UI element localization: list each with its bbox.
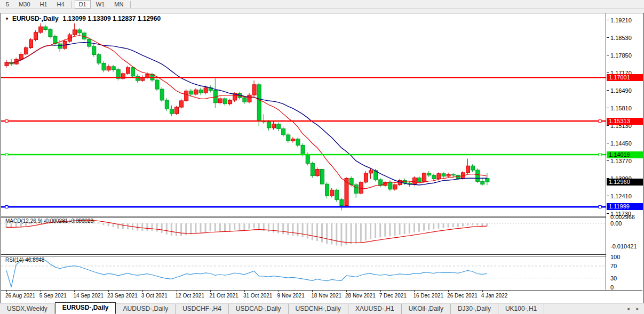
- timeframe-button-mn[interactable]: MN: [110, 0, 128, 9]
- line-endpoint-marker: [5, 154, 8, 156]
- price-axis-tick: 1.16490: [610, 87, 632, 94]
- chevron-down-icon[interactable]: ▼: [5, 17, 9, 21]
- line-endpoint-marker: [5, 120, 8, 123]
- price-axis-tick: 1.15810: [610, 105, 632, 111]
- timeframe-button-w1[interactable]: W1: [92, 0, 109, 9]
- timeframe-button-h1[interactable]: H1: [36, 0, 52, 9]
- candle-body: [340, 199, 344, 205]
- rsi-line: [6, 258, 487, 287]
- date-axis-label: 16 Dec 2021: [413, 293, 443, 299]
- candle-body: [442, 174, 446, 176]
- candle-body: [412, 178, 416, 184]
- candle-body: [131, 68, 135, 76]
- chart-tab-usdchf[interactable]: USDCHF-,H4: [176, 304, 229, 314]
- candle-body: [364, 173, 368, 182]
- chart-tab-dj30[interactable]: DJ30-,Daily: [451, 304, 498, 314]
- pane-separator-rsi[interactable]: [1, 254, 643, 256]
- price-badge: 1.11999: [607, 203, 643, 210]
- candle-body: [427, 173, 431, 175]
- timeframe-button-d1[interactable]: D1: [75, 0, 91, 9]
- date-axis-label: 9 Nov 2021: [277, 293, 305, 299]
- timeframe-button-h4[interactable]: H4: [53, 0, 69, 9]
- date-axis-tick-mark: [414, 291, 415, 292]
- date-axis-tick-mark: [448, 291, 449, 292]
- price-axis-tick: 1.19210: [610, 17, 632, 23]
- price-badge: 1.17001: [607, 74, 643, 81]
- price-axis[interactable]: 1.192101.185301.178501.171701.164901.158…: [606, 13, 643, 290]
- chart-tabs-bar: USDX,WeeklyEURUSD-,DailyAUDUSD-,DailyUSD…: [0, 303, 644, 314]
- macd-indicator-name: MACD(12,26,9): [5, 218, 42, 224]
- macd-axis-tick: -0.010421: [610, 243, 637, 249]
- candle-body: [170, 109, 173, 114]
- price-axis-tick: 1.13770: [610, 158, 632, 164]
- date-axis-label: 26 Aug 2021: [5, 293, 35, 299]
- candle-body: [194, 90, 198, 94]
- candle-body: [272, 124, 276, 128]
- date-axis[interactable]: 26 Aug 20215 Sep 202114 Sep 202123 Sep 2…: [1, 290, 642, 302]
- macd-indicator-values: -0.000281 -0.000028: [44, 218, 93, 224]
- timeframe-button-m30[interactable]: M30: [14, 0, 34, 9]
- price-axis-tick: 1.18530: [610, 35, 632, 41]
- date-axis-tick-mark: [482, 291, 483, 292]
- tab-scroll-left-icon[interactable]: ◄: [626, 307, 630, 311]
- candle-body: [418, 178, 422, 182]
- candle-body: [19, 54, 23, 60]
- candle-body: [282, 128, 285, 135]
- tab-scroll-right-icon[interactable]: ►: [635, 307, 640, 311]
- chart-tab-eurusd[interactable]: EURUSD-,Daily: [55, 302, 116, 314]
- date-axis-tick-mark: [41, 291, 41, 292]
- chart-tab-ukoil[interactable]: UKOil-,Daily: [402, 304, 451, 314]
- line-endpoint-marker: [599, 120, 601, 123]
- chart-title: ▼EURUSD-,Daily1.13099 1.13309 1.12837 1.…: [5, 15, 161, 22]
- timeframe-toolbar: 5M30H1H4D1W1MN: [0, 0, 644, 9]
- candle-body: [252, 85, 256, 95]
- date-axis-tick-mark: [244, 291, 245, 292]
- candle-body: [325, 184, 329, 196]
- chart-tab-usdcad[interactable]: USDCAD-,Daily: [229, 304, 289, 314]
- candle-body: [107, 67, 110, 70]
- candle-body: [423, 173, 426, 182]
- candle-body: [315, 170, 319, 176]
- chart-tab-uk100[interactable]: UK100-,H1: [498, 304, 544, 314]
- ma-fast-line: [6, 36, 487, 189]
- candle-body: [486, 179, 489, 182]
- candle-body: [49, 29, 52, 36]
- rsi-label: RSI(14) 46.8948: [5, 257, 44, 263]
- candle-body: [204, 88, 208, 93]
- price-axis-tick: 1.14450: [610, 140, 632, 147]
- candle-body: [228, 100, 232, 104]
- candle-body: [306, 155, 309, 164]
- rsi-pane: [1, 258, 606, 287]
- rsi-axis-tick: 30: [610, 275, 617, 281]
- chart-tab-usdcnh[interactable]: USDCNH-,Daily: [289, 304, 348, 314]
- date-axis-label: 28 Nov 2021: [345, 293, 376, 299]
- pane-separator-macd[interactable]: [1, 216, 643, 218]
- candle-body: [78, 30, 82, 33]
- date-axis-label: 12 Oct 2021: [176, 293, 204, 299]
- ma-slow-line: [6, 43, 487, 185]
- date-axis-label: 26 Dec 2021: [447, 293, 478, 299]
- date-axis-label: 3 Oct 2021: [141, 293, 168, 299]
- candle-body: [301, 145, 305, 154]
- candle-body: [58, 44, 62, 49]
- candle-body: [287, 135, 290, 141]
- candle-body: [321, 170, 324, 184]
- macd-label: MACD(12,26,9) -0.000281 -0.000028: [5, 218, 93, 224]
- timeframe-button-5[interactable]: 5: [2, 0, 13, 9]
- chart-symbol: EURUSD-,Daily: [12, 15, 59, 22]
- chart-tab-xauusd[interactable]: XAUUSD-,H1: [348, 304, 402, 314]
- line-endpoint-marker: [599, 205, 601, 208]
- candlestick-chart[interactable]: [1, 13, 606, 290]
- chart-window: ▼EURUSD-,Daily1.13099 1.13309 1.12837 1.…: [1, 13, 644, 303]
- candle-body: [354, 185, 358, 194]
- date-axis-tick-mark: [279, 291, 279, 292]
- line-endpoint-marker: [5, 205, 8, 208]
- candle-body: [471, 166, 475, 170]
- date-axis-label: 4 Jan 2022: [481, 293, 508, 299]
- candle-body: [311, 163, 314, 175]
- date-axis-tick-mark: [142, 291, 143, 292]
- date-axis-label: 21 Oct 2021: [209, 293, 238, 299]
- chart-tab-audusd[interactable]: AUDUSD-,Daily: [116, 304, 176, 314]
- chart-tab-usdx[interactable]: USDX,Weekly: [0, 304, 55, 314]
- candle-body: [481, 181, 484, 184]
